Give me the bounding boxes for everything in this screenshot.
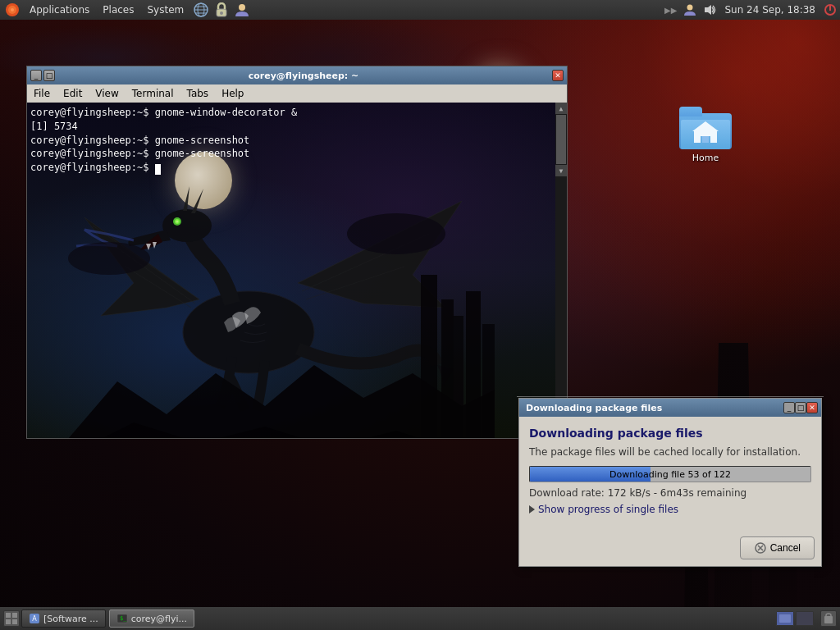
gnome-logo — [3, 1, 21, 19]
dialog-close[interactable]: ✕ — [806, 402, 818, 413]
top-panel: Applications Places System — [0, 0, 840, 20]
menu-tabs[interactable]: Tabs — [180, 84, 216, 103]
applications-menu[interactable]: Applications — [23, 0, 96, 20]
folder-image — [679, 107, 732, 149]
svg-point-9 — [220, 11, 223, 15]
terminal-line-4: corey@flyingsheep:~$ gnome-screenshot — [30, 147, 564, 161]
expand-icon — [529, 505, 535, 514]
terminal-line-3: corey@flyingsheep:~$ gnome-screenshot — [30, 134, 564, 148]
dialog-heading: Downloading package files — [529, 427, 811, 440]
svg-rect-16 — [702, 136, 709, 143]
svg-point-18 — [162, 209, 212, 242]
terminal-line-5: corey@flyingsheep:~$ — [30, 161, 564, 175]
svg-point-21 — [176, 221, 179, 223]
workspace-switcher[interactable] — [773, 611, 817, 626]
dialog-minimize[interactable]: _ — [783, 402, 795, 413]
terminal-line-2: [1] 5734 — [30, 120, 564, 134]
terminal-title: corey@flyingsheep: ~ — [57, 71, 550, 81]
panel-power[interactable] — [820, 3, 840, 16]
workspace2[interactable] — [796, 611, 814, 626]
terminal-window: _ □ corey@flyingsheep: ~ ✕ File Edit Vie… — [26, 66, 568, 439]
dialog-body: Downloading package files The package fi… — [519, 417, 821, 533]
svg-point-23 — [68, 242, 150, 275]
terminal-text: corey@flyingsheep:~$ gnome-window-decora… — [30, 106, 564, 175]
home-label: Home — [692, 153, 719, 163]
svg-point-11 — [687, 5, 693, 11]
house-image — [689, 120, 722, 144]
menu-file[interactable]: File — [27, 84, 57, 103]
svg-text:$_: $_ — [120, 615, 127, 622]
systray-volume[interactable] — [700, 3, 719, 16]
taskbar-right — [769, 610, 840, 627]
system-menu[interactable]: System — [140, 0, 190, 20]
network-icon[interactable] — [190, 0, 212, 20]
show-progress-toggle[interactable]: Show progress of single files — [529, 504, 811, 515]
terminal-cursor — [155, 164, 161, 175]
svg-point-22 — [347, 213, 445, 254]
panel-left: Applications Places System — [0, 0, 253, 20]
svg-rect-33 — [12, 619, 17, 624]
minimize-button[interactable]: _ — [30, 70, 42, 81]
svg-point-2 — [11, 8, 14, 11]
svg-rect-31 — [12, 613, 17, 618]
terminal-menubar: File Edit View Terminal Tabs Help — [27, 84, 567, 103]
home-folder-icon[interactable]: Home — [673, 107, 738, 163]
svg-marker-12 — [705, 5, 711, 15]
user-icon[interactable] — [231, 0, 253, 20]
terminal-titlebar: _ □ corey@flyingsheep: ~ ✕ — [27, 66, 567, 84]
desktop: Applications Places System — [0, 0, 840, 630]
maximize-button[interactable]: □ — [43, 70, 55, 81]
dialog-maximize[interactable]: □ — [795, 402, 806, 413]
software-icon: A — [29, 613, 40, 624]
workspace1[interactable] — [776, 611, 794, 626]
close-button[interactable]: ✕ — [552, 70, 564, 81]
dialog-title: Downloading package files — [523, 403, 783, 413]
systray-user — [680, 3, 700, 16]
progress-text: Downloading file 53 of 122 — [530, 467, 810, 482]
panel-arrows: ▶▶ — [661, 6, 680, 15]
folder-tab — [679, 107, 702, 116]
panel-datetime[interactable]: Sun 24 Sep, 18:38 — [719, 4, 820, 16]
panel-right: ▶▶ Sun 24 Sep, 18:38 — [661, 0, 840, 20]
files-icon[interactable] — [820, 610, 837, 627]
lock-icon[interactable] — [212, 0, 231, 20]
places-menu[interactable]: Places — [96, 0, 140, 20]
svg-rect-32 — [6, 619, 11, 624]
menu-terminal[interactable]: Terminal — [126, 84, 180, 103]
svg-rect-14 — [829, 5, 831, 11]
dialog-description: The package files will be cached locally… — [529, 446, 811, 458]
download-rate: Download rate: 172 kB/s - 6m43s remainin… — [529, 487, 811, 499]
menu-view[interactable]: View — [89, 84, 125, 103]
dialog-footer: Cancel — [519, 533, 821, 566]
svg-rect-38 — [824, 616, 833, 623]
progress-bar-container: Downloading file 53 of 122 — [529, 466, 811, 482]
menu-help[interactable]: Help — [215, 84, 250, 103]
svg-point-17 — [183, 291, 314, 373]
desktop-switcher-icon[interactable] — [3, 610, 20, 627]
dialog-titlebar: Downloading package files _ □ ✕ — [519, 399, 821, 417]
cancel-button[interactable]: Cancel — [740, 536, 815, 559]
terminal-icon: $_ — [116, 613, 128, 624]
taskbar-terminal[interactable]: $_ corey@flyi... — [109, 609, 194, 628]
svg-text:A: A — [32, 615, 37, 623]
dragon-art — [68, 152, 495, 438]
terminal-line-1: corey@flyingsheep:~$ gnome-window-decora… — [30, 106, 564, 120]
menu-edit[interactable]: Edit — [57, 84, 89, 103]
taskbar: A [Software ... $_ corey@flyi... — [0, 607, 840, 630]
cancel-icon — [754, 541, 767, 555]
svg-rect-30 — [6, 613, 11, 618]
taskbar-software-center[interactable]: A [Software ... — [21, 609, 106, 628]
svg-point-10 — [239, 4, 245, 11]
download-dialog: Downloading package files _ □ ✕ Download… — [518, 398, 822, 567]
terminal-body[interactable]: corey@flyingsheep:~$ gnome-window-decora… — [27, 103, 567, 438]
